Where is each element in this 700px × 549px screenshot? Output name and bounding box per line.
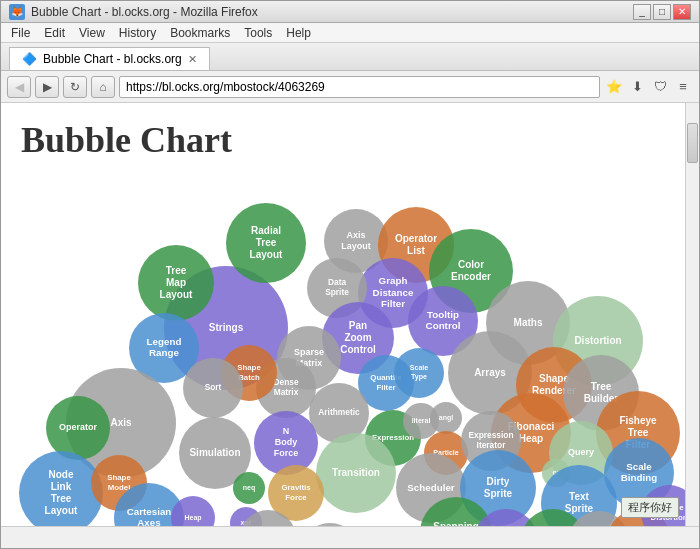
- svg-text:literal: literal: [412, 417, 431, 424]
- svg-text:Axis: Axis: [347, 230, 366, 240]
- download-icon[interactable]: ⬇: [627, 77, 647, 97]
- menu-help[interactable]: Help: [280, 25, 317, 41]
- svg-text:Query: Query: [568, 447, 594, 457]
- maximize-button[interactable]: □: [653, 4, 671, 20]
- minimize-button[interactable]: _: [633, 4, 651, 20]
- svg-text:Sprite: Sprite: [565, 503, 594, 514]
- svg-text:Node: Node: [49, 469, 74, 480]
- tab-label: Bubble Chart - bl.ocks.org: [43, 52, 182, 66]
- svg-text:Color: Color: [458, 259, 484, 270]
- back-button[interactable]: ◀: [7, 76, 31, 98]
- svg-text:Legend: Legend: [147, 336, 182, 347]
- status-bar: [1, 526, 699, 548]
- tab-close-button[interactable]: ✕: [188, 53, 197, 66]
- svg-text:Fisheye: Fisheye: [619, 415, 657, 426]
- menu-file[interactable]: File: [5, 25, 36, 41]
- svg-text:Control: Control: [426, 320, 461, 331]
- svg-text:Layout: Layout: [160, 289, 193, 300]
- watermark: 程序你好: [621, 497, 679, 518]
- menu-edit[interactable]: Edit: [38, 25, 71, 41]
- svg-text:Layout: Layout: [341, 241, 370, 251]
- svg-text:Layout: Layout: [45, 505, 78, 516]
- bubble-chart: StringsRadialTreeLayoutAxisLayoutOperato…: [1, 173, 699, 510]
- page-title: Bubble Chart: [1, 103, 699, 169]
- svg-text:Zoom: Zoom: [344, 332, 371, 343]
- svg-text:Cartesian: Cartesian: [127, 506, 172, 517]
- svg-text:Tree: Tree: [628, 427, 649, 438]
- svg-text:Tree: Tree: [166, 265, 187, 276]
- bubble-svg: StringsRadialTreeLayoutAxisLayoutOperato…: [1, 173, 686, 526]
- tab-favicon: 🔷: [22, 52, 37, 66]
- svg-text:angl: angl: [439, 414, 453, 422]
- svg-text:Sort: Sort: [205, 382, 222, 392]
- svg-text:Tree: Tree: [51, 493, 72, 504]
- scrollbar-thumb[interactable]: [687, 123, 698, 163]
- menu-history[interactable]: History: [113, 25, 162, 41]
- svg-text:Link: Link: [51, 481, 72, 492]
- svg-text:Force: Force: [285, 493, 307, 502]
- svg-text:Arrays: Arrays: [474, 367, 506, 378]
- svg-text:Scale: Scale: [626, 461, 652, 472]
- svg-text:Force: Force: [274, 448, 298, 458]
- svg-text:Sparse: Sparse: [294, 347, 324, 357]
- svg-text:Simulation: Simulation: [189, 447, 240, 458]
- svg-text:Filter: Filter: [376, 383, 395, 392]
- svg-text:Scale: Scale: [410, 364, 428, 371]
- address-bar: ◀ ▶ ↻ ⌂ ⭐ ⬇ 🛡 ≡: [1, 71, 699, 103]
- svg-text:Axis: Axis: [110, 417, 132, 428]
- svg-text:Operator: Operator: [59, 422, 97, 432]
- title-bar: 🦊 Bubble Chart - bl.ocks.org - Mozilla F…: [1, 1, 699, 23]
- svg-text:Radial: Radial: [251, 225, 281, 236]
- window-title: Bubble Chart - bl.ocks.org - Mozilla Fir…: [31, 5, 633, 19]
- svg-text:Iterator: Iterator: [477, 440, 507, 450]
- content-area: Bubble Chart StringsRadialTreeLayoutAxis…: [1, 103, 699, 526]
- svg-text:Pan: Pan: [349, 320, 367, 331]
- svg-text:Model: Model: [108, 483, 131, 492]
- menu-tools[interactable]: Tools: [238, 25, 278, 41]
- bookmarks-icon[interactable]: ⭐: [604, 77, 624, 97]
- svg-text:neq: neq: [243, 484, 255, 492]
- svg-text:Transition: Transition: [332, 467, 380, 478]
- svg-text:Body: Body: [275, 437, 297, 447]
- svg-text:List: List: [407, 245, 425, 256]
- svg-text:Filter: Filter: [381, 298, 405, 309]
- svg-text:Spanning: Spanning: [433, 521, 479, 526]
- svg-text:Distance: Distance: [373, 287, 414, 298]
- svg-text:Binding: Binding: [621, 472, 657, 483]
- svg-text:Sprite: Sprite: [325, 287, 349, 297]
- svg-text:Dirty: Dirty: [487, 476, 510, 487]
- svg-text:Gravitis: Gravitis: [281, 483, 311, 492]
- svg-text:Arithmetic: Arithmetic: [318, 407, 360, 417]
- menu-bookmarks[interactable]: Bookmarks: [164, 25, 236, 41]
- svg-text:Expression: Expression: [468, 430, 513, 440]
- svg-text:Layout: Layout: [250, 249, 283, 260]
- scrollbar[interactable]: [685, 103, 699, 526]
- menu-view[interactable]: View: [73, 25, 111, 41]
- reload-button[interactable]: ↻: [63, 76, 87, 98]
- window-controls[interactable]: _ □ ✕: [633, 4, 691, 20]
- menu-bar: File Edit View History Bookmarks Tools H…: [1, 23, 699, 43]
- home-button[interactable]: ⌂: [91, 76, 115, 98]
- tab-bar: 🔷 Bubble Chart - bl.ocks.org ✕: [1, 43, 699, 71]
- svg-text:Shape: Shape: [237, 363, 261, 372]
- svg-text:Dense: Dense: [273, 377, 298, 387]
- svg-text:Heap: Heap: [184, 514, 201, 522]
- close-button[interactable]: ✕: [673, 4, 691, 20]
- svg-text:Axes: Axes: [137, 517, 161, 526]
- svg-text:Data: Data: [328, 277, 346, 287]
- forward-button[interactable]: ▶: [35, 76, 59, 98]
- svg-text:Tooltip: Tooltip: [427, 309, 459, 320]
- svg-text:Control: Control: [340, 344, 376, 355]
- svg-text:Heap: Heap: [519, 433, 543, 444]
- svg-text:Text: Text: [569, 491, 589, 502]
- svg-text:Scheduler: Scheduler: [407, 482, 455, 493]
- svg-text:Distortion: Distortion: [574, 335, 621, 346]
- settings-icon[interactable]: ≡: [673, 77, 693, 97]
- svg-text:Tree: Tree: [591, 381, 612, 392]
- active-tab[interactable]: 🔷 Bubble Chart - bl.ocks.org ✕: [9, 47, 210, 70]
- svg-text:Sprite: Sprite: [484, 488, 513, 499]
- svg-text:Strings: Strings: [209, 322, 244, 333]
- url-input[interactable]: [119, 76, 600, 98]
- svg-text:Operator: Operator: [395, 233, 437, 244]
- security-icon[interactable]: 🛡: [650, 77, 670, 97]
